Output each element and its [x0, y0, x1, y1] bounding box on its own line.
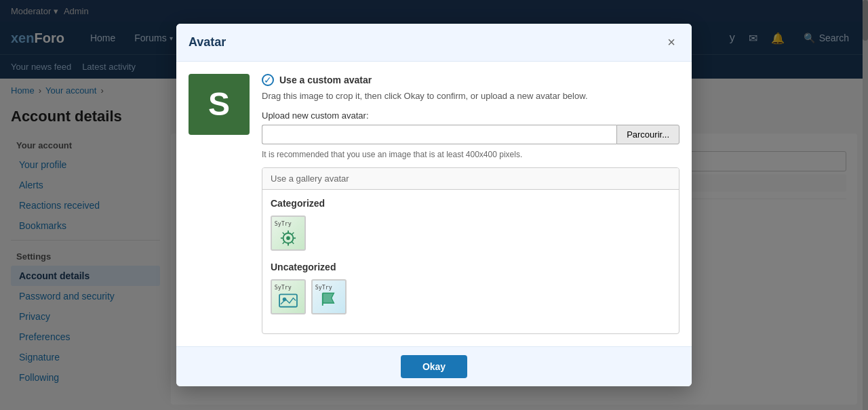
gallery-section: Use a gallery avatar Categorized SyTry: [262, 167, 679, 334]
modal-close-button[interactable]: ×: [663, 33, 679, 52]
gallery-item-cat-1[interactable]: SyTry: [271, 216, 306, 251]
gallery-uncategorized-title: Uncategorized: [271, 262, 671, 272]
modal-header: Avatar ×: [176, 24, 692, 62]
gallery-body: Categorized SyTry: [262, 190, 679, 333]
modal-content-area: ✓ Use a custom avatar Drag this image to…: [262, 74, 679, 334]
svg-point-2: [286, 237, 290, 241]
gallery-uncategorized-items: SyTry SyTry: [271, 279, 671, 314]
modal-footer: Okay: [176, 346, 692, 386]
modal-overlay[interactable]: Avatar × S ✓ Use a custom avatar Drag th…: [0, 0, 868, 410]
gallery-item-uncat-1[interactable]: SyTry: [271, 279, 306, 314]
use-custom-label: Use a custom avatar: [279, 75, 372, 85]
avatar-modal: Avatar × S ✓ Use a custom avatar Drag th…: [176, 24, 692, 386]
upload-hint: It is recommended that you use an image …: [262, 150, 679, 159]
gallery-categorized-title: Categorized: [271, 198, 671, 209]
svg-text:SyTry: SyTry: [275, 220, 292, 227]
upload-row: Parcourir...: [262, 125, 679, 144]
okay-button[interactable]: Okay: [401, 355, 467, 378]
use-custom-hint: Drag this image to crop it, then click O…: [262, 90, 679, 102]
gallery-item-uncat-2[interactable]: SyTry: [311, 279, 347, 314]
svg-rect-4: [279, 294, 297, 306]
gallery-header: Use a gallery avatar: [262, 168, 679, 190]
modal-title: Avatar: [189, 35, 226, 49]
avatar-preview: S: [189, 74, 250, 135]
use-custom-row: ✓ Use a custom avatar: [262, 74, 679, 86]
browse-button[interactable]: Parcourir...: [616, 125, 679, 144]
file-input[interactable]: [262, 125, 616, 144]
svg-text:SyTry: SyTry: [315, 284, 332, 291]
svg-text:SyTry: SyTry: [275, 284, 292, 291]
gallery-categorized-items: SyTry: [271, 216, 671, 251]
upload-label: Upload new custom avatar:: [262, 110, 679, 121]
modal-body: S ✓ Use a custom avatar Drag this image …: [176, 62, 692, 346]
custom-check-icon[interactable]: ✓: [262, 74, 274, 86]
